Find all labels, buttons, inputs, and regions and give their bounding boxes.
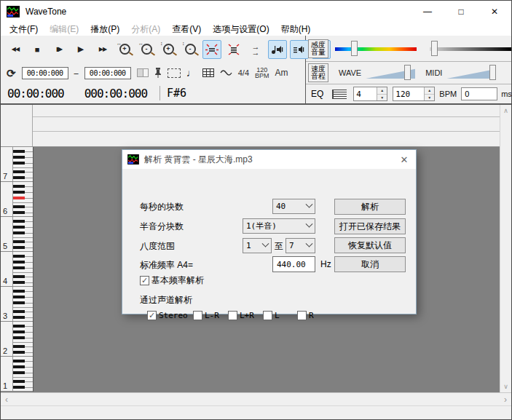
tempo-display[interactable]: 120 BPM	[255, 67, 269, 79]
piano-octave-7[interactable]: 7	[1, 147, 33, 182]
zoom-out-vertical-button[interactable]: ↕-	[181, 40, 200, 59]
piano-octave-2[interactable]: 2	[1, 322, 33, 357]
vertical-arrow-icon: ↕	[182, 41, 185, 46]
left-checkbox[interactable]	[263, 311, 272, 320]
offset-ms-input[interactable]: 0	[461, 87, 497, 100]
channel-left-option: L	[263, 311, 280, 320]
status-bar	[1, 405, 511, 419]
rewind-button[interactable]: ◀◀	[6, 40, 25, 59]
time-signature[interactable]: 4/4	[238, 68, 249, 77]
time-status-row: 00:00:000 000:00:000 F#6	[1, 83, 305, 103]
wave-volume-slider[interactable]	[366, 65, 415, 81]
piano-octave-1[interactable]: 1	[1, 357, 33, 392]
maximize-button[interactable]: □	[444, 1, 478, 23]
analysis-dialog: 解析 黄霄雲 - 星辰大海.mp3 ✕ 每秒的块数 40 解析 半音分块数 1(…	[122, 149, 417, 314]
menu-options[interactable]: 选项与设置(O)	[207, 23, 275, 36]
stereo-checkbox[interactable]: ✓	[147, 311, 157, 320]
eq-label[interactable]: EQ	[308, 89, 326, 99]
beats-value[interactable]: 4	[354, 87, 377, 100]
right-checkbox[interactable]	[297, 311, 307, 320]
play-pause-button[interactable]: ▮▶	[50, 40, 68, 59]
sensitivity-slider-track[interactable]	[335, 47, 417, 51]
menu-view[interactable]: 查看(V)	[166, 23, 207, 36]
dialog-title: 解析 黄霄雲 - 星辰大海.mp3	[144, 154, 253, 166]
fast-forward-button[interactable]: ▶▶	[93, 40, 112, 59]
loop-start-input[interactable]: 00:00:000	[22, 67, 68, 79]
vertical-scrollbar[interactable]: ∧ ∨	[500, 105, 511, 392]
loop-icon[interactable]: ⟳	[7, 68, 16, 79]
quarter-note-icon[interactable]: ♩	[186, 67, 197, 79]
horizontal-scrollbar[interactable]: ‹ ›	[1, 392, 511, 405]
scroll-left-icon[interactable]: ‹	[5, 395, 8, 405]
menu-play[interactable]: 播放(P)	[84, 23, 125, 36]
octave-to-dropdown[interactable]: 7	[285, 238, 315, 253]
tempo-down-icon[interactable]: ▼	[425, 95, 434, 101]
menu-file[interactable]: 文件(F)	[4, 23, 44, 36]
top-rows-strip[interactable]	[1, 105, 500, 147]
midi-volume-slider[interactable]	[446, 65, 496, 81]
selection-rectangle-icon[interactable]	[168, 68, 181, 78]
key-display[interactable]: Am	[275, 68, 288, 78]
play-pause-icon: ▮▶	[56, 46, 63, 52]
dialog-close-button[interactable]: ✕	[393, 150, 416, 169]
grid-table-icon[interactable]	[202, 68, 214, 77]
wave-volume-handle[interactable]	[404, 65, 411, 80]
piano-octave-4[interactable]: 4	[1, 252, 33, 287]
volume-slider-handle[interactable]	[431, 41, 438, 56]
open-saved-button[interactable]: 打开已保存结果	[334, 218, 406, 234]
app-logo-icon	[7, 6, 20, 17]
zoom-in-vertical-button[interactable]: ↕+	[159, 40, 178, 59]
sensitivity-slider[interactable]	[335, 40, 417, 58]
loop-end-input[interactable]: 00:00:000	[84, 67, 131, 79]
dialog-app-icon	[127, 154, 139, 165]
scroll-down-icon[interactable]: ∨	[500, 383, 511, 390]
zoom-in-horizontal-button[interactable]: ↔+	[115, 40, 134, 59]
tempo-spinner[interactable]: 120 ▲ ▼	[393, 87, 435, 101]
restore-defaults-button[interactable]: 恢复默认值	[334, 237, 406, 253]
minimize-button[interactable]: —	[411, 1, 444, 23]
speed-pitch-row: 速度音程 WAVE MIDI	[306, 62, 512, 84]
strip-column-divider	[32, 105, 33, 146]
play-button[interactable]: ▶	[71, 40, 90, 59]
stop-button[interactable]: ■	[28, 40, 47, 59]
semitone-division-dropdown[interactable]: 1(半音)	[243, 218, 315, 234]
loop-toolbar: ⟳ 00:00:000 – 00:00:000 ♩ 4/4 120 BPM	[1, 63, 305, 83]
volume-slider[interactable]	[430, 40, 511, 58]
note-highlight-on-button[interactable]	[202, 40, 221, 59]
blocks-per-second-dropdown[interactable]: 40	[272, 199, 315, 214]
scroll-right-icon[interactable]: ›	[504, 395, 507, 405]
analyze-button[interactable]: 解析	[334, 199, 406, 215]
current-time-display: 00:00:000	[7, 87, 64, 100]
beats-up-icon[interactable]: ▲	[377, 87, 387, 95]
l-plus-r-label: L+R	[240, 311, 254, 320]
l-minus-r-checkbox[interactable]	[193, 311, 202, 320]
hz-unit-label: Hz	[320, 259, 331, 269]
piano-octave-5[interactable]: 5	[1, 217, 33, 252]
left-label: L	[275, 311, 280, 320]
pin-icon[interactable]	[154, 67, 162, 79]
piano-keyboard[interactable]: 7654321	[1, 147, 34, 392]
beats-down-icon[interactable]: ▼	[377, 95, 387, 101]
cancel-button[interactable]: 取消	[334, 256, 406, 272]
wave-output-button[interactable]	[268, 40, 287, 59]
piano-octave-3[interactable]: 3	[1, 287, 33, 322]
tempo-up-icon[interactable]: ▲	[425, 87, 434, 95]
l-plus-r-checkbox[interactable]	[228, 311, 237, 320]
frequency-input[interactable]: 440.00	[272, 256, 315, 272]
midi-volume-handle[interactable]	[489, 65, 496, 80]
octave-from-dropdown[interactable]: 1	[243, 238, 272, 253]
sensitivity-slider-handle[interactable]	[351, 41, 358, 56]
sine-wave-icon[interactable]	[220, 68, 232, 77]
note-highlight-off-button[interactable]	[224, 40, 243, 59]
staff-lines-icon	[332, 90, 347, 99]
zoom-out-horizontal-button[interactable]: ↔-	[137, 40, 156, 59]
close-button[interactable]: ✕	[478, 1, 511, 23]
volume-slider-track[interactable]	[430, 47, 511, 51]
tempo-spinner-value[interactable]: 120	[393, 87, 424, 100]
fundamental-checkbox[interactable]: ✓	[140, 276, 149, 285]
scroll-up-icon[interactable]: ∧	[500, 107, 511, 114]
beats-spinner[interactable]: 4 ▲ ▼	[353, 87, 387, 101]
menu-help[interactable]: 帮助(H)	[275, 23, 317, 36]
piano-octave-6[interactable]: 6	[1, 182, 33, 217]
auto-scroll-button[interactable]: →→	[246, 40, 265, 59]
